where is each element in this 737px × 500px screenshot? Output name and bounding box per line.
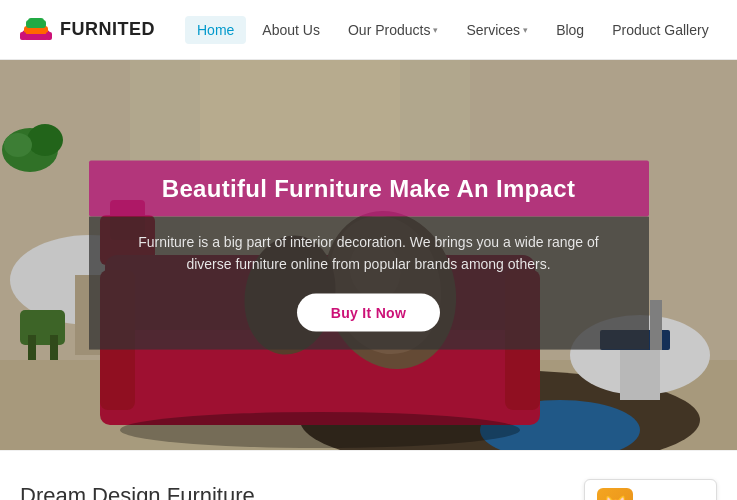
- hero-section: Beautiful Furniture Make An Impact Furni…: [0, 60, 737, 450]
- nav-item-services[interactable]: Services ▾: [454, 16, 540, 44]
- nav-item-products[interactable]: Our Products ▾: [336, 16, 450, 44]
- hero-description: Furniture is a big part of interior deco…: [119, 231, 619, 276]
- nav-link-services[interactable]: Services ▾: [454, 16, 540, 44]
- svg-rect-5: [28, 18, 44, 24]
- svg-rect-3: [46, 32, 52, 40]
- dropdown-chevron-services: ▾: [523, 25, 528, 35]
- formget-logo-icon: 🐱: [597, 488, 633, 500]
- nav-link-contact[interactable]: Contact Us: [725, 16, 737, 44]
- bottom-section: Dream Design Furniture We craft each fur…: [0, 450, 737, 500]
- nav-link-home[interactable]: Home: [185, 16, 246, 44]
- bottom-title: Dream Design Furniture: [20, 483, 584, 500]
- nav-link-blog[interactable]: Blog: [544, 16, 596, 44]
- nav-link-products[interactable]: Our Products ▾: [336, 16, 450, 44]
- brand-name: FURNITED: [60, 19, 155, 40]
- logo-icon: [20, 16, 52, 44]
- nav-item-about[interactable]: About Us: [250, 16, 332, 44]
- bottom-text-area: Dream Design Furniture We craft each fur…: [20, 479, 584, 500]
- nav-links: Home About Us Our Products ▾ Services ▾ …: [185, 16, 737, 44]
- hero-title-band: Beautiful Furniture Make An Impact: [89, 161, 649, 217]
- formget-badge[interactable]: 🐱 FormGet: [584, 479, 717, 500]
- cta-button[interactable]: Buy It Now: [297, 293, 440, 331]
- nav-link-about[interactable]: About Us: [250, 16, 332, 44]
- hero-content: Beautiful Furniture Make An Impact Furni…: [89, 161, 649, 350]
- hero-desc-band: Furniture is a big part of interior deco…: [89, 217, 649, 350]
- nav-item-blog[interactable]: Blog: [544, 16, 596, 44]
- nav-link-gallery[interactable]: Product Gallery: [600, 16, 720, 44]
- nav-item-home[interactable]: Home: [185, 16, 246, 44]
- nav-item-contact[interactable]: Contact Us: [725, 16, 737, 44]
- logo[interactable]: FURNITED: [20, 16, 155, 44]
- svg-rect-2: [20, 32, 26, 40]
- navbar: FURNITED Home About Us Our Products ▾ Se…: [0, 0, 737, 60]
- hero-title: Beautiful Furniture Make An Impact: [119, 175, 619, 203]
- dropdown-chevron-products: ▾: [433, 25, 438, 35]
- nav-item-gallery[interactable]: Product Gallery: [600, 16, 720, 44]
